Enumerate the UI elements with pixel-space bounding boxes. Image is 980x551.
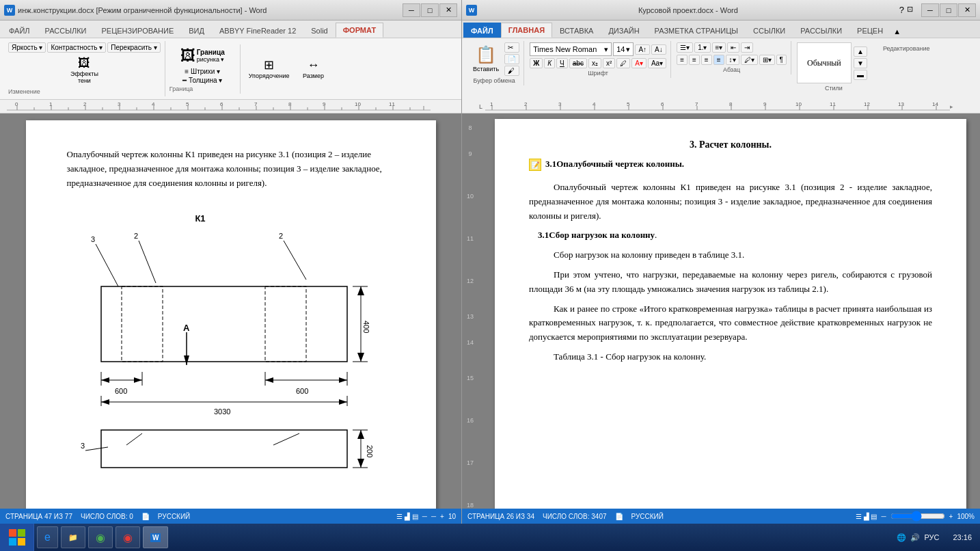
taskbar-word[interactable]: W bbox=[143, 526, 168, 548]
btn-font-size-inc[interactable]: Aa▾ bbox=[648, 58, 666, 68]
btn-highlight[interactable]: 🖊 bbox=[616, 58, 630, 68]
btn-brightness[interactable]: Яркость ▾ bbox=[8, 42, 46, 53]
font-dropdown-arrow[interactable]: ▾ bbox=[604, 45, 608, 54]
volume-icon: 🔊 bbox=[910, 533, 920, 542]
doc-scroll-right[interactable]: 3. Расчет колонны. 📝 3.1Опалубочный черт… bbox=[478, 113, 980, 509]
btn-border-image[interactable]: 🖼 Граница рисунка ▾ bbox=[176, 46, 229, 66]
btn-bullets[interactable]: ☰▾ bbox=[677, 42, 693, 53]
close-btn-right[interactable]: ✕ bbox=[958, 3, 976, 17]
btn-italic[interactable]: К bbox=[544, 58, 555, 68]
svg-rect-121 bbox=[18, 529, 25, 537]
svg-marker-73 bbox=[101, 399, 109, 405]
btn-size[interactable]: ↔ Размер bbox=[297, 56, 331, 82]
btn-styles-more[interactable]: ▬ bbox=[854, 70, 867, 80]
btn-styles-expand[interactable]: ▲ bbox=[854, 46, 867, 57]
tab-abbyy-left[interactable]: ABBYY FineReader 12 bbox=[212, 23, 303, 38]
btn-align-left[interactable]: ≡ bbox=[677, 55, 688, 65]
tab-mailings-right[interactable]: РАССЫЛКИ bbox=[793, 23, 849, 38]
tab-file-left[interactable]: ФАЙЛ bbox=[1, 23, 38, 38]
btn-underline[interactable]: Ч bbox=[556, 58, 568, 68]
btn-increase-font[interactable]: A↑ bbox=[635, 44, 650, 55]
btn-font-color[interactable]: A▾ bbox=[631, 58, 646, 68]
btn-copy[interactable]: 📄 bbox=[504, 54, 519, 64]
btn-line-spacing[interactable]: ↕▾ bbox=[726, 55, 739, 65]
close-btn-left[interactable]: ✕ bbox=[439, 3, 457, 17]
btn-bold[interactable]: Ж bbox=[530, 58, 543, 68]
taskbar-app1[interactable]: ◉ bbox=[88, 526, 113, 548]
taskbar-explorer[interactable]: 📁 bbox=[61, 526, 85, 548]
tab-file-right[interactable]: ФАЙЛ bbox=[463, 23, 501, 38]
zoom-plus-right[interactable]: + bbox=[949, 513, 953, 520]
btn-multilevel[interactable]: ≡▾ bbox=[712, 42, 726, 53]
svg-text:9: 9 bbox=[323, 101, 326, 107]
svg-text:200: 200 bbox=[366, 445, 374, 457]
tab-insert-right[interactable]: ВСТАВКА bbox=[552, 23, 601, 38]
zoom-level-left: 10 bbox=[448, 513, 456, 520]
btn-show-marks[interactable]: ¶ bbox=[776, 55, 787, 65]
zoom-plus-left[interactable]: + bbox=[440, 513, 444, 520]
btn-shading[interactable]: 🖊▾ bbox=[741, 55, 758, 65]
group-clipboard: 📋 Вставить ✂ 📄 🖌 Буфер обмена bbox=[465, 41, 524, 85]
font-name-box[interactable]: Times New Roman ▾ bbox=[530, 42, 612, 56]
btn-subscript[interactable]: x₂ bbox=[588, 58, 601, 68]
share-btn[interactable]: ⊡ bbox=[907, 5, 913, 15]
svg-text:7: 7 bbox=[695, 101, 698, 107]
doc-scroll-left[interactable]: Опалубочный чертеж колонны К1 приведен н… bbox=[0, 113, 461, 509]
taskbar-ie[interactable]: e bbox=[37, 526, 58, 548]
btn-borders[interactable]: ⊞▾ bbox=[759, 55, 775, 65]
btn-justify[interactable]: ≡ bbox=[713, 55, 724, 65]
status-bar-right: СТРАНИЦА 26 ИЗ 34 ЧИСЛО СЛОВ: 3407 📄 РУС… bbox=[462, 509, 980, 524]
btn-superscript[interactable]: x² bbox=[603, 58, 615, 68]
tab-review-left[interactable]: РЕЦЕНЗИРОВАНИЕ bbox=[94, 23, 181, 38]
restore-btn-right[interactable]: □ bbox=[940, 3, 957, 17]
tab-review-right[interactable]: РЕЦЕН bbox=[849, 23, 890, 38]
font-size-box[interactable]: 14 ▾ bbox=[613, 42, 634, 56]
tab-format-left[interactable]: ФОРМАТ bbox=[336, 23, 383, 38]
btn-effects[interactable]: 🖼 Эффектытени bbox=[66, 54, 103, 87]
btn-format-painter[interactable]: 🖌 bbox=[504, 66, 519, 76]
svg-rect-80 bbox=[101, 430, 347, 468]
minimize-btn-right[interactable]: ─ bbox=[921, 3, 939, 17]
word-icon-left: W bbox=[4, 5, 15, 16]
btn-numbering[interactable]: 1.▾ bbox=[694, 42, 710, 53]
btn-align-center[interactable]: ≡ bbox=[689, 55, 700, 65]
btn-arrange[interactable]: ⊞ Упорядочение bbox=[245, 56, 294, 82]
style-normal[interactable]: Обычный bbox=[807, 58, 841, 68]
network-icon: 🌐 bbox=[897, 533, 906, 542]
size-dropdown-arrow[interactable]: ▾ bbox=[626, 45, 630, 54]
tab-design-right[interactable]: ДИЗАЙН bbox=[601, 23, 646, 38]
btn-decrease-font[interactable]: A↓ bbox=[651, 44, 666, 55]
svg-text:600: 600 bbox=[115, 387, 127, 395]
btn-strikethrough[interactable]: abc bbox=[569, 58, 587, 68]
separator-left: ─ bbox=[422, 513, 427, 520]
svg-marker-67 bbox=[265, 377, 273, 383]
tab-home-right[interactable]: ГЛАВНАЯ bbox=[501, 23, 552, 38]
restore-btn-left[interactable]: □ bbox=[421, 3, 439, 17]
zoom-slider-right[interactable] bbox=[890, 512, 945, 520]
tab-solid-left[interactable]: Solid bbox=[303, 23, 335, 38]
svg-text:1: 1 bbox=[490, 101, 493, 107]
help-btn[interactable]: ? bbox=[899, 5, 904, 15]
btn-indent-inc[interactable]: ⇥ bbox=[741, 42, 753, 53]
taskbar-app2[interactable]: ◉ bbox=[115, 526, 140, 548]
zoom-minus-right[interactable]: ─ bbox=[881, 513, 886, 520]
btn-effects-label: Эффектытени bbox=[70, 70, 98, 84]
start-button[interactable] bbox=[0, 524, 34, 551]
tab-view-left[interactable]: ВИД bbox=[181, 23, 212, 38]
window-controls-left: ─ □ ✕ bbox=[403, 3, 457, 17]
tab-mailing-left[interactable]: РАССЫЛКИ bbox=[38, 23, 94, 38]
tab-references-right[interactable]: ССЫЛКИ bbox=[746, 23, 793, 38]
svg-marker-52 bbox=[357, 286, 364, 295]
btn-styles-collapse[interactable]: ▼ bbox=[854, 58, 867, 68]
minimize-btn-left[interactable]: ─ bbox=[403, 3, 420, 17]
btn-align-right[interactable]: ≡ bbox=[701, 55, 712, 65]
btn-paste[interactable]: 📋 Вставить bbox=[469, 42, 503, 75]
btn-indent-dec[interactable]: ⇤ bbox=[727, 42, 739, 53]
btn-cut[interactable]: ✂ bbox=[504, 42, 519, 53]
tab-layout-right[interactable]: РАЗМЕТКА СТРАНИЦЫ bbox=[647, 23, 746, 38]
btn-contrast[interactable]: Контрастность ▾ bbox=[47, 42, 106, 53]
btn-recolor[interactable]: Перекрасить ▾ bbox=[107, 42, 161, 53]
paragraph-label: Абзац bbox=[677, 65, 787, 73]
ribbon-content-left: Яркость ▾ Контрастность ▾ Перекрасить ▾ … bbox=[0, 38, 461, 100]
ribbon-collapse-btn[interactable]: ▲ bbox=[890, 25, 903, 38]
